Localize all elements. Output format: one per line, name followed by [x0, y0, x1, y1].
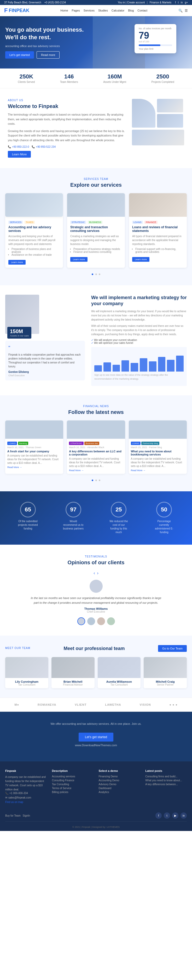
- dot-3[interactable]: [99, 274, 100, 275]
- counter-3: 25 We reduced the cost of our funding by…: [108, 502, 129, 534]
- cta-button[interactable]: Let's get started: [79, 733, 113, 741]
- avatar-3[interactable]: [97, 617, 105, 625]
- footer-demo-3[interactable]: Advisory Demo: [99, 783, 140, 786]
- opinion-role: Chief Executive: [31, 610, 162, 613]
- news-title-3: What you need to know about bookkeeping …: [131, 450, 185, 456]
- hero-subtitle: accounting office and tax advisory servi…: [5, 45, 89, 48]
- footer-post-3[interactable]: A key differences between...: [145, 783, 187, 786]
- opinion-prev-icon[interactable]: ‹: [94, 571, 95, 576]
- nav-link2[interactable]: Finance & Markets: [150, 1, 171, 4]
- opinion-nav: ‹ ›: [5, 571, 187, 576]
- footer-bottom-links: Buy for Team SignIn f t ▶ in: [5, 810, 187, 821]
- news-title-2: A key differences between an LLC and a c…: [69, 450, 123, 456]
- counter-1: 65 Of the submitted projects received fu…: [17, 502, 38, 534]
- footer-copyright: © 2021 | Finpeak | Designed by: UXTHEMES: [5, 821, 187, 828]
- opinions-title: Opinions of our clients: [5, 560, 187, 566]
- footer-demo-5[interactable]: Analytics: [99, 791, 140, 794]
- welcome-images: [132, 99, 184, 145]
- hero-card-sub: Your plan limit: [139, 48, 172, 50]
- welcome-learnmore-button[interactable]: Learn More: [8, 151, 31, 158]
- hero-buttons: Let's get started Read more: [5, 51, 89, 59]
- footer-demo-4[interactable]: Dashboard: [99, 787, 140, 790]
- welcome-image-1: [132, 99, 156, 127]
- footer-demo-2[interactable]: Accounting Demo: [99, 779, 140, 782]
- social-in[interactable]: in: [181, 1, 183, 4]
- nav-link1[interactable]: You in | Create account: [118, 1, 145, 4]
- hero-progress-bar: [139, 45, 160, 46]
- social-tw[interactable]: t: [178, 1, 179, 4]
- hero-cta-button[interactable]: Let's get started: [5, 51, 34, 59]
- news-dot-2[interactable]: [95, 480, 97, 481]
- nav-calculator[interactable]: Calculator: [111, 9, 125, 12]
- footer-post-1[interactable]: Consulting firms and build...: [145, 775, 187, 778]
- footer-social-yt[interactable]: ▶: [172, 812, 178, 819]
- menu-icon[interactable]: ☰: [185, 9, 188, 13]
- footer-social-in[interactable]: in: [181, 812, 187, 819]
- team-title: Meet our professional team: [63, 646, 125, 651]
- footer-map-link[interactable]: Find us on map: [5, 801, 47, 803]
- brand-1: M●: [14, 703, 19, 706]
- footer-post-2[interactable]: What you need to know about...: [145, 779, 187, 782]
- team-member-3-name: Aurelia Williamson: [100, 680, 139, 683]
- footer-link-2[interactable]: Consulting Finance: [52, 779, 94, 782]
- hero-readmore-button[interactable]: Read more: [36, 51, 60, 59]
- news-card-2-body: STRATEGIC Business law March 10, 2021 · …: [67, 439, 125, 474]
- footer-demo-1[interactable]: Financing Demo: [99, 775, 140, 778]
- bar-8: [158, 357, 166, 372]
- news-readmore-3[interactable]: Read More →: [131, 469, 185, 472]
- dot-1[interactable]: [92, 274, 93, 275]
- nav-home[interactable]: Home: [60, 9, 68, 12]
- footer-signin-link[interactable]: SignIn: [23, 814, 30, 817]
- service-cta-3[interactable]: Learn more: [132, 257, 149, 262]
- social-fb[interactable]: f: [175, 1, 176, 4]
- service-bullet-2-2: Finance and business consulting: [73, 250, 122, 253]
- nav-blog[interactable]: Blog: [128, 9, 134, 12]
- avatar-1[interactable]: [77, 617, 85, 625]
- nav-pages[interactable]: Pages: [72, 9, 80, 12]
- footer-social-tw[interactable]: t: [164, 812, 170, 819]
- team-card-2: Brian Mitchell Financial Advisor: [51, 657, 95, 688]
- footer-social-fb[interactable]: f: [156, 812, 162, 819]
- services-grid: SERVICES TAXES Accounting and tax adviso…: [5, 193, 187, 268]
- service-cta-2[interactable]: Learn more: [70, 257, 87, 262]
- service-card-1: SERVICES TAXES Accounting and tax adviso…: [5, 193, 63, 268]
- welcome-label: About Us: [8, 99, 125, 102]
- news-readmore-2[interactable]: Read More →: [69, 469, 123, 472]
- stats-section: 250K Clients Served 146 Team Members 160…: [0, 68, 192, 88]
- service-cta-1[interactable]: Learn more: [8, 260, 25, 265]
- stat-clients-label: Clients Served: [18, 81, 35, 83]
- social-gp[interactable]: g+: [185, 1, 188, 4]
- footer-link-4[interactable]: Terms of Service: [52, 787, 94, 790]
- nav-services[interactable]: Services: [84, 9, 95, 12]
- nav-actions: 🔍 ☰: [178, 9, 188, 13]
- service-card-1-body: SERVICES TAXES Accounting and tax adviso…: [5, 217, 63, 268]
- contact-phone1: 📞 +90 850-222-0: [8, 145, 29, 148]
- opinion-text: In the last six months we have seen our …: [31, 596, 162, 605]
- service-card-3-image: [129, 193, 187, 217]
- footer-link-1[interactable]: Accounting services: [52, 775, 94, 778]
- news-readmore-1[interactable]: Read More →: [7, 466, 61, 469]
- team-card-4-image: [144, 657, 187, 678]
- dot-2[interactable]: [95, 274, 97, 275]
- avatar-4[interactable]: [107, 617, 115, 625]
- stat-assets: 160M Assets Under Mgmt: [103, 73, 126, 83]
- search-icon[interactable]: 🔍: [178, 9, 182, 13]
- nav-studies[interactable]: Studies: [98, 9, 108, 12]
- avatar-2[interactable]: [87, 617, 95, 625]
- opinion-next-icon[interactable]: ›: [97, 571, 98, 576]
- team-section: MEET OUR TEAM Meet our professional team…: [0, 636, 192, 698]
- news-dot-1[interactable]: [92, 480, 93, 481]
- team-member-3-role: Tax Consultant: [100, 683, 139, 686]
- marketing-stat-num: 150M: [10, 328, 29, 334]
- news-tag-3: LOANS: [131, 442, 141, 445]
- bar-5: [131, 363, 138, 372]
- footer-buy-link[interactable]: Buy for Team: [5, 814, 21, 817]
- news-desc-1: A company can be established and funding…: [7, 454, 61, 465]
- nav-contact[interactable]: Contact: [137, 9, 148, 12]
- team-cta-button[interactable]: Go to Our Team: [158, 645, 187, 652]
- footer-link-3[interactable]: Tax Consulting: [52, 783, 94, 786]
- footer-link-5[interactable]: Billing policies: [52, 791, 94, 794]
- site-logo[interactable]: F FINPEAK: [4, 7, 29, 14]
- news-dot-3[interactable]: [99, 480, 100, 481]
- counter-2: 97 Would recommend us to business partne…: [63, 502, 84, 534]
